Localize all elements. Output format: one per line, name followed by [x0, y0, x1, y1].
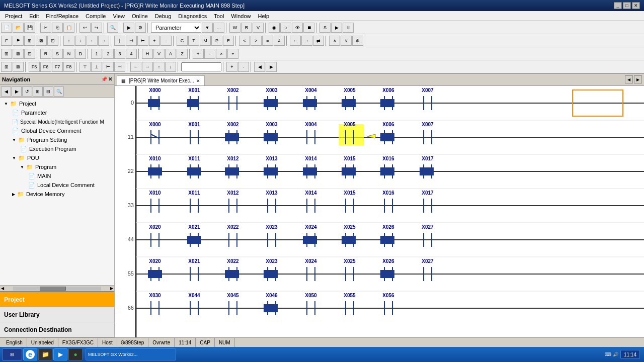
tb4-11[interactable]: ← — [130, 62, 141, 72]
tb-cut[interactable]: ✂ — [40, 23, 51, 33]
tb-monitor[interactable]: 👁 — [292, 23, 303, 33]
close-button[interactable]: ✕ — [632, 2, 640, 9]
start-button[interactable]: ⊞ — [2, 348, 22, 360]
nav-scroll-right[interactable]: ▶ — [109, 286, 114, 291]
zoom-input[interactable] — [181, 62, 221, 71]
tb2-22[interactable]: = — [262, 36, 273, 46]
tb2-29[interactable]: ⊕ — [352, 36, 363, 46]
bottom-panel-connection-destination[interactable]: Connection Destination — [0, 322, 114, 337]
menu-help[interactable]: Help — [255, 13, 272, 20]
nav-scroll-left[interactable]: ◀ — [0, 286, 5, 291]
tree-item-project[interactable]: ▼ 📁 Project — [1, 99, 113, 108]
tb2-11[interactable]: ⊣ — [126, 36, 137, 46]
doc-tab-prg[interactable]: ▦ [PRG]R Write Monitor Exec... ✕ — [117, 75, 205, 85]
tb-compile[interactable]: ▶ — [123, 23, 134, 33]
maximize-button[interactable]: □ — [623, 2, 631, 9]
tb3-2[interactable]: ⊠ — [13, 49, 24, 59]
tree-item-parameter[interactable]: 📄 Parameter — [1, 108, 113, 117]
tree-item-local-device-comment[interactable]: 📄 Local Device Comment — [1, 180, 113, 190]
tb3-17[interactable]: - — [204, 49, 215, 59]
tb3-8[interactable]: 1 — [91, 49, 102, 59]
tb2-27[interactable]: ∧ — [329, 36, 340, 46]
tb4-1[interactable]: ⊞ — [1, 62, 12, 72]
doc-tab-close[interactable]: ✕ — [196, 78, 200, 83]
nav-tb-back[interactable]: ◀ — [1, 86, 11, 97]
tb-build[interactable]: ⚙ — [135, 23, 146, 33]
tree-expand-project[interactable]: ▼ — [4, 102, 8, 106]
tb-pause[interactable]: ⏸ — [343, 23, 354, 33]
tree-item-program-setting[interactable]: ▼ 📁 Program Setting — [1, 135, 113, 144]
tb2-28[interactable]: ∨ — [341, 36, 352, 46]
tb-find[interactable]: 🔍 — [107, 23, 118, 33]
tb2-25[interactable]: → — [301, 36, 312, 46]
nav-scroll-thumb[interactable] — [40, 287, 66, 291]
ladder-nav-left[interactable]: ◀ — [625, 75, 633, 83]
taskbar-chrome[interactable]: ● — [68, 348, 83, 360]
tb2-26[interactable]: ⇄ — [313, 36, 324, 46]
tb3-13[interactable]: V — [153, 49, 165, 59]
taskbar-app-btn[interactable]: MELSOFT GX Works2... — [86, 348, 176, 360]
tb4-4[interactable]: F6 — [40, 62, 51, 72]
tb4-14[interactable]: ↓ — [165, 62, 176, 72]
tb2-5[interactable]: ⊡ — [47, 36, 58, 46]
tb-redo[interactable]: ↪ — [91, 23, 102, 33]
tb-stop-monitor[interactable]: ⏹ — [303, 23, 314, 33]
tb-run[interactable]: ▶ — [331, 23, 342, 33]
tb3-19[interactable]: ÷ — [227, 49, 238, 59]
tb2-14[interactable]: - — [160, 36, 172, 46]
nav-header-icons[interactable]: 📌 ✕ — [101, 76, 112, 82]
tree-item-program[interactable]: ▼ 📁 Program — [1, 162, 113, 171]
tb2-1[interactable]: F — [1, 36, 12, 46]
nav-tb-search[interactable]: 🔍 — [54, 86, 64, 97]
menu-window[interactable]: Window — [228, 13, 254, 20]
title-bar-buttons[interactable]: _ □ ✕ — [614, 2, 640, 9]
tb4-zoom-out[interactable]: - — [238, 62, 249, 72]
tb3-6[interactable]: N — [63, 49, 74, 59]
tb2-18[interactable]: P — [211, 36, 222, 46]
menu-compile[interactable]: Compile — [83, 13, 109, 20]
tb2-20[interactable]: < — [239, 36, 250, 46]
tb-save[interactable]: 💾 — [24, 23, 35, 33]
tb4-2[interactable]: ⊠ — [13, 62, 24, 72]
tree-item-device-memory[interactable]: ▶ 📁 Device Memory — [1, 190, 113, 199]
tb4-9[interactable]: ⊢ — [103, 62, 114, 72]
tb3-18[interactable]: × — [216, 49, 227, 59]
tree-item-execution-program[interactable]: 📄 Execution Program — [1, 144, 113, 153]
tb2-15[interactable]: C — [177, 36, 188, 46]
tb-undo[interactable]: ↩ — [79, 23, 91, 33]
nav-pin-icon[interactable]: 📌 — [101, 76, 107, 82]
minimize-button[interactable]: _ — [614, 2, 622, 9]
tree-item-main[interactable]: 📄 MAIN — [1, 171, 113, 180]
taskbar-explorer[interactable]: 📁 — [38, 348, 52, 360]
menu-tool[interactable]: Tool — [211, 13, 227, 20]
tb-write[interactable]: W — [229, 23, 240, 33]
tb2-7[interactable]: ↓ — [75, 36, 86, 46]
nav-tb-expand[interactable]: ⊞ — [33, 86, 43, 97]
tb3-11[interactable]: 4 — [126, 49, 137, 59]
tb-offline[interactable]: ○ — [280, 23, 291, 33]
tb4-zoom-in[interactable]: + — [226, 62, 237, 72]
tb-param-go[interactable]: ▼ — [202, 23, 213, 33]
menu-online[interactable]: Online — [129, 13, 151, 20]
menu-edit[interactable]: Edit — [26, 13, 42, 20]
tb2-3[interactable]: ⊞ — [24, 36, 35, 46]
parameter-dropdown[interactable]: Parameter — [151, 23, 201, 33]
nav-tb-forward[interactable]: ▶ — [12, 86, 22, 97]
menu-project[interactable]: Project — [2, 13, 25, 20]
tb-open[interactable]: 📂 — [13, 23, 24, 33]
tb2-9[interactable]: → — [98, 36, 109, 46]
tb2-2[interactable]: ⚑ — [13, 36, 24, 46]
tb3-5[interactable]: S — [52, 49, 63, 59]
tb4-10[interactable]: ⊣ — [114, 62, 125, 72]
tb3-12[interactable]: H — [142, 49, 153, 59]
tb2-21[interactable]: > — [251, 36, 262, 46]
expand-program-setting[interactable]: ▼ — [12, 138, 16, 142]
ladder-nav-right[interactable]: ▶ — [634, 75, 642, 83]
tb-sim[interactable]: S — [319, 23, 331, 33]
tb4-8[interactable]: ⊥ — [91, 62, 102, 72]
tb4-prev[interactable]: ◀ — [254, 62, 265, 72]
menu-debug[interactable]: Debug — [152, 13, 174, 20]
tb2-24[interactable]: ← — [290, 36, 301, 46]
tree-item-pou[interactable]: ▼ 📁 POU — [1, 153, 113, 162]
tb3-16[interactable]: + — [193, 49, 204, 59]
